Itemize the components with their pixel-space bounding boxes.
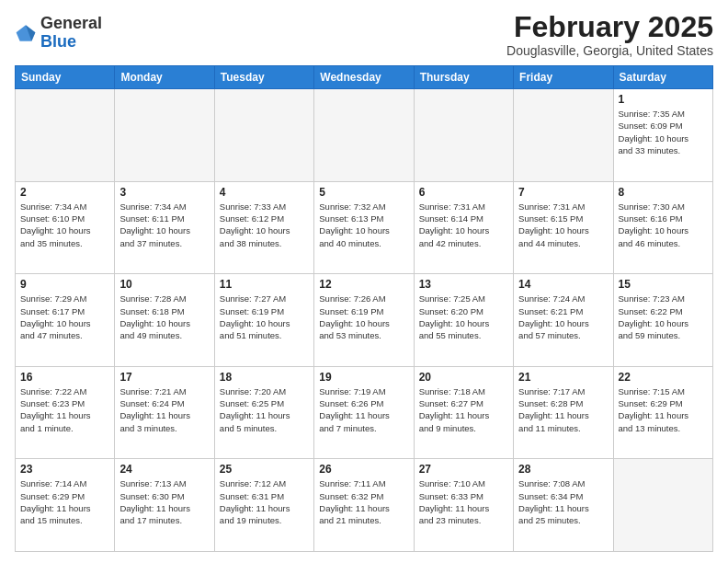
day-number: 5 [319, 186, 408, 199]
day-number: 18 [220, 371, 309, 384]
day-info: Sunrise: 7:28 AM Sunset: 6:18 PM Dayligh… [119, 293, 209, 341]
day-number: 3 [119, 186, 209, 199]
day-number: 23 [20, 463, 109, 476]
calendar-table: Sunday Monday Tuesday Wednesday Thursday… [15, 65, 713, 552]
day-info: Sunrise: 7:32 AM Sunset: 6:13 PM Dayligh… [319, 201, 408, 249]
calendar-cell-0-0 [16, 89, 115, 182]
calendar-week-3: 16Sunrise: 7:22 AM Sunset: 6:23 PM Dayli… [16, 366, 713, 459]
day-number: 10 [119, 278, 209, 291]
calendar-cell-3-4: 20Sunrise: 7:18 AM Sunset: 6:27 PM Dayli… [414, 366, 513, 459]
day-number: 15 [619, 278, 708, 291]
calendar-cell-1-5: 7Sunrise: 7:31 AM Sunset: 6:15 PM Daylig… [514, 181, 613, 274]
day-number: 13 [419, 278, 508, 291]
logo-icon [15, 22, 37, 44]
logo-general-text: General [40, 14, 102, 32]
calendar-cell-0-4 [414, 89, 513, 182]
calendar-cell-2-6: 15Sunrise: 7:23 AM Sunset: 6:22 PM Dayli… [613, 274, 712, 367]
day-number: 19 [319, 371, 408, 384]
day-number: 6 [419, 186, 508, 199]
logo-blue-text: Blue [40, 32, 76, 51]
calendar-cell-4-1: 24Sunrise: 7:13 AM Sunset: 6:30 PM Dayli… [115, 459, 214, 552]
day-number: 7 [518, 186, 608, 199]
calendar-cell-1-2: 4Sunrise: 7:33 AM Sunset: 6:12 PM Daylig… [214, 181, 313, 274]
day-info: Sunrise: 7:26 AM Sunset: 6:19 PM Dayligh… [319, 293, 408, 341]
day-number: 27 [419, 463, 508, 476]
col-saturday: Saturday [613, 66, 712, 89]
calendar-cell-3-1: 17Sunrise: 7:21 AM Sunset: 6:24 PM Dayli… [115, 366, 214, 459]
calendar-cell-0-3 [314, 89, 414, 182]
day-info: Sunrise: 7:20 AM Sunset: 6:25 PM Dayligh… [220, 385, 309, 434]
day-number: 21 [518, 371, 608, 384]
day-number: 20 [419, 371, 508, 384]
col-thursday: Thursday [414, 66, 513, 89]
day-info: Sunrise: 7:14 AM Sunset: 6:29 PM Dayligh… [20, 477, 109, 526]
day-number: 16 [20, 371, 109, 384]
day-info: Sunrise: 7:30 AM Sunset: 6:16 PM Dayligh… [619, 201, 708, 249]
day-number: 12 [319, 278, 408, 291]
calendar-cell-0-2 [214, 89, 313, 182]
calendar-cell-3-6: 22Sunrise: 7:15 AM Sunset: 6:29 PM Dayli… [613, 366, 712, 459]
day-info: Sunrise: 7:25 AM Sunset: 6:20 PM Dayligh… [419, 293, 508, 341]
page: General Blue February 2025 Douglasville,… [0, 0, 728, 563]
calendar-cell-1-0: 2Sunrise: 7:34 AM Sunset: 6:10 PM Daylig… [16, 181, 115, 274]
day-info: Sunrise: 7:34 AM Sunset: 6:10 PM Dayligh… [20, 201, 109, 249]
calendar-cell-0-6: 1Sunrise: 7:35 AM Sunset: 6:09 PM Daylig… [613, 89, 712, 182]
day-info: Sunrise: 7:11 AM Sunset: 6:32 PM Dayligh… [319, 477, 408, 526]
day-number: 26 [319, 463, 408, 476]
day-number: 9 [20, 278, 109, 291]
day-number: 22 [619, 371, 708, 384]
col-friday: Friday [514, 66, 613, 89]
calendar-cell-3-3: 19Sunrise: 7:19 AM Sunset: 6:26 PM Dayli… [314, 366, 414, 459]
day-info: Sunrise: 7:08 AM Sunset: 6:34 PM Dayligh… [518, 477, 608, 526]
calendar-header-row: Sunday Monday Tuesday Wednesday Thursday… [16, 66, 713, 89]
day-info: Sunrise: 7:15 AM Sunset: 6:29 PM Dayligh… [619, 385, 708, 434]
day-info: Sunrise: 7:29 AM Sunset: 6:17 PM Dayligh… [20, 293, 109, 341]
calendar-cell-3-2: 18Sunrise: 7:20 AM Sunset: 6:25 PM Dayli… [214, 366, 313, 459]
logo: General Blue [15, 15, 102, 52]
day-number: 14 [518, 278, 608, 291]
calendar-cell-2-3: 12Sunrise: 7:26 AM Sunset: 6:19 PM Dayli… [314, 274, 414, 367]
day-number: 11 [220, 278, 309, 291]
day-info: Sunrise: 7:33 AM Sunset: 6:12 PM Dayligh… [220, 201, 309, 249]
day-info: Sunrise: 7:23 AM Sunset: 6:22 PM Dayligh… [619, 293, 708, 341]
day-info: Sunrise: 7:27 AM Sunset: 6:19 PM Dayligh… [220, 293, 309, 341]
col-wednesday: Wednesday [314, 66, 414, 89]
day-number: 24 [119, 463, 209, 476]
calendar-cell-1-1: 3Sunrise: 7:34 AM Sunset: 6:11 PM Daylig… [115, 181, 214, 274]
day-number: 2 [20, 186, 109, 199]
day-number: 17 [119, 371, 209, 384]
month-title: February 2025 [506, 11, 713, 43]
day-info: Sunrise: 7:31 AM Sunset: 6:15 PM Dayligh… [518, 201, 608, 249]
calendar-cell-3-5: 21Sunrise: 7:17 AM Sunset: 6:28 PM Dayli… [514, 366, 613, 459]
day-info: Sunrise: 7:35 AM Sunset: 6:09 PM Dayligh… [619, 108, 708, 156]
day-info: Sunrise: 7:31 AM Sunset: 6:14 PM Dayligh… [419, 201, 508, 249]
calendar-week-1: 2Sunrise: 7:34 AM Sunset: 6:10 PM Daylig… [16, 181, 713, 274]
day-info: Sunrise: 7:12 AM Sunset: 6:31 PM Dayligh… [220, 477, 309, 526]
day-info: Sunrise: 7:13 AM Sunset: 6:30 PM Dayligh… [119, 477, 209, 526]
col-monday: Monday [115, 66, 214, 89]
day-info: Sunrise: 7:18 AM Sunset: 6:27 PM Dayligh… [419, 385, 508, 434]
calendar-cell-4-4: 27Sunrise: 7:10 AM Sunset: 6:33 PM Dayli… [414, 459, 513, 552]
calendar-week-2: 9Sunrise: 7:29 AM Sunset: 6:17 PM Daylig… [16, 274, 713, 367]
calendar-cell-4-6 [613, 459, 712, 552]
day-info: Sunrise: 7:24 AM Sunset: 6:21 PM Dayligh… [518, 293, 608, 341]
calendar-week-0: 1Sunrise: 7:35 AM Sunset: 6:09 PM Daylig… [16, 89, 713, 182]
day-info: Sunrise: 7:19 AM Sunset: 6:26 PM Dayligh… [319, 385, 408, 434]
day-info: Sunrise: 7:22 AM Sunset: 6:23 PM Dayligh… [20, 385, 109, 434]
calendar-cell-2-4: 13Sunrise: 7:25 AM Sunset: 6:20 PM Dayli… [414, 274, 513, 367]
day-number: 25 [220, 463, 309, 476]
location: Douglasville, Georgia, United States [506, 43, 713, 58]
day-number: 28 [518, 463, 608, 476]
day-info: Sunrise: 7:10 AM Sunset: 6:33 PM Dayligh… [419, 477, 508, 526]
day-number: 4 [220, 186, 309, 199]
col-tuesday: Tuesday [214, 66, 313, 89]
calendar-cell-4-2: 25Sunrise: 7:12 AM Sunset: 6:31 PM Dayli… [214, 459, 313, 552]
calendar-cell-1-6: 8Sunrise: 7:30 AM Sunset: 6:16 PM Daylig… [613, 181, 712, 274]
header: General Blue February 2025 Douglasville,… [15, 11, 713, 58]
title-block: February 2025 Douglasville, Georgia, Uni… [506, 11, 713, 58]
day-number: 8 [619, 186, 708, 199]
calendar-cell-4-0: 23Sunrise: 7:14 AM Sunset: 6:29 PM Dayli… [16, 459, 115, 552]
calendar-cell-1-4: 6Sunrise: 7:31 AM Sunset: 6:14 PM Daylig… [414, 181, 513, 274]
calendar-cell-0-5 [514, 89, 613, 182]
day-info: Sunrise: 7:34 AM Sunset: 6:11 PM Dayligh… [119, 201, 209, 249]
